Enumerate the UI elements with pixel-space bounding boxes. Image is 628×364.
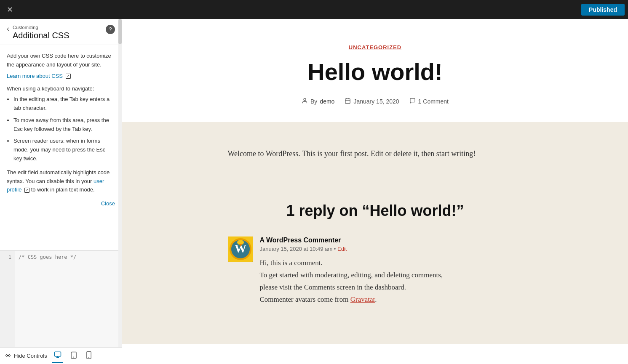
- gravatar-link[interactable]: Gravatar: [350, 295, 375, 303]
- meta-author-link[interactable]: demo: [320, 98, 334, 105]
- bottom-bar: 👁 Hide Controls: [0, 347, 122, 364]
- comment-line2: To get started with moderating, editing,…: [260, 269, 443, 282]
- meta-comments: 1 Comment: [409, 98, 449, 105]
- date-icon: [345, 98, 351, 105]
- eye-icon: 👁: [5, 352, 11, 359]
- meta-date-text: January 15, 2020: [353, 98, 399, 105]
- svg-point-7: [304, 98, 306, 100]
- learn-more-css-link[interactable]: Learn more about CSS: [7, 73, 63, 79]
- avatar-image: W: [228, 236, 253, 262]
- meta-author-prefix: By: [310, 98, 317, 105]
- post-meta: By demo January 15, 2020: [194, 98, 556, 105]
- comment-line1: Hi, this is a comment.: [260, 257, 443, 269]
- comment-text: Hi, this is a comment. To get started wi…: [260, 257, 443, 306]
- comment-line4-suffix: .: [375, 295, 377, 303]
- comment-icon: [409, 98, 416, 105]
- post-header: UNCATEGORIZED Hello world! By demo: [186, 19, 565, 122]
- customizing-label: Customizing: [13, 25, 106, 30]
- meta-comments-text: 1 Comment: [418, 98, 449, 105]
- css-textarea[interactable]: [15, 251, 122, 347]
- svg-rect-8: [345, 98, 350, 103]
- external-link-icon-2: [24, 188, 29, 193]
- comment-meta: January 15, 2020 at 10:49 am • Edit: [260, 246, 443, 252]
- keyboard-hint-item: In the editing area, the Tab key enters …: [13, 95, 115, 113]
- keyboard-hint-item: To move away from this area, press the E…: [13, 116, 115, 134]
- edit-field-note: The edit field automatically highlights …: [7, 168, 115, 194]
- sidebar-title-block: Customizing Additional CSS: [13, 25, 106, 40]
- comment-line4-prefix: Commenter avatars come from: [260, 295, 349, 303]
- comments-inner: 1 reply on “Hello world!” W: [228, 202, 523, 306]
- meta-date: January 15, 2020: [345, 98, 399, 105]
- external-link-icon: [66, 74, 71, 79]
- svg-rect-0: [54, 352, 61, 356]
- sidebar: ‹ Customizing Additional CSS ? Add your …: [0, 19, 122, 364]
- comment-edit-link[interactable]: Edit: [337, 246, 347, 252]
- hide-controls-label: Hide Controls: [14, 353, 47, 359]
- comment-avatar: W: [228, 236, 253, 262]
- meta-author: By demo: [302, 98, 334, 105]
- post-body-content: Welcome to WordPress. This is your first…: [228, 147, 523, 160]
- published-button[interactable]: Published: [581, 4, 625, 16]
- keyboard-hint-list: In the editing area, the Tab key enters …: [7, 95, 115, 163]
- author-icon: [302, 98, 308, 105]
- comment-line4: Commenter avatars come from Gravatar.: [260, 294, 443, 306]
- comment-line3: please visit the Comments screen in the …: [260, 282, 443, 294]
- hide-controls-button[interactable]: 👁 Hide Controls: [5, 352, 47, 359]
- post-category[interactable]: UNCATEGORIZED: [194, 44, 556, 50]
- sidebar-content: Add your own CSS code here to customize …: [0, 45, 122, 250]
- post-content-text: Welcome to WordPress. This is your first…: [228, 147, 523, 160]
- css-editor: 1: [0, 250, 122, 347]
- sidebar-scrollbar-thumb: [118, 19, 122, 44]
- line-number-1: 1: [2, 254, 11, 260]
- top-bar: ✕ Published: [0, 0, 628, 19]
- back-button[interactable]: ‹: [7, 25, 13, 32]
- line-numbers: 1: [0, 251, 15, 347]
- help-button[interactable]: ?: [106, 25, 115, 34]
- comment-meta-dot: •: [334, 246, 337, 252]
- desktop-device-button[interactable]: [52, 349, 63, 363]
- preview-area: UNCATEGORIZED Hello world! By demo: [122, 19, 628, 364]
- sidebar-header: ‹ Customizing Additional CSS ?: [0, 19, 122, 45]
- post-body: Welcome to WordPress. This is your first…: [122, 122, 628, 186]
- comment-author-name[interactable]: A WordPress Commenter: [260, 236, 443, 244]
- comments-title: 1 reply on “Hello world!”: [228, 202, 523, 220]
- post-title: Hello world!: [194, 59, 556, 85]
- keyboard-hint-item: Screen reader users: when in forms mode,…: [13, 137, 115, 163]
- close-button[interactable]: ✕: [3, 3, 16, 16]
- main-layout: ‹ Customizing Additional CSS ? Add your …: [0, 19, 628, 364]
- keyboard-hint-title: When using a keyboard to navigate:: [7, 85, 115, 93]
- sidebar-scrollbar[interactable]: [118, 19, 122, 347]
- close-link[interactable]: Close: [101, 199, 115, 208]
- comment-body: A WordPress Commenter January 15, 2020 a…: [260, 236, 443, 306]
- comment-item: W A WordPress Commenter January 15, 2020…: [228, 236, 523, 306]
- sidebar-description: Add your own CSS code here to customize …: [7, 52, 115, 69]
- mobile-device-button[interactable]: [84, 350, 94, 362]
- comments-section: 1 reply on “Hello world!” W: [122, 185, 628, 344]
- comment-date: January 15, 2020 at 10:49 am: [260, 246, 333, 252]
- tablet-device-button[interactable]: [68, 350, 79, 362]
- sidebar-main-title: Additional CSS: [13, 31, 106, 40]
